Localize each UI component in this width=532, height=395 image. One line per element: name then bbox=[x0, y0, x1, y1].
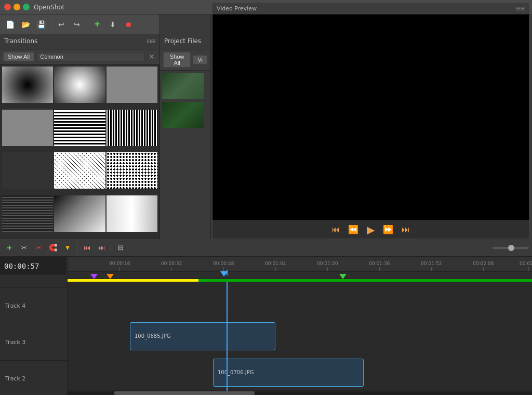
toolbar-sep-1 bbox=[51, 19, 51, 30]
ruler-mark: 00:01:04 bbox=[265, 261, 286, 271]
transition-item[interactable] bbox=[107, 110, 157, 146]
transition-item[interactable] bbox=[107, 152, 157, 189]
track-2-label: Track 2 bbox=[0, 361, 67, 395]
fast-forward-end-button[interactable]: ⏭ bbox=[400, 224, 412, 235]
ruler-mark: 00:01:20 bbox=[317, 261, 338, 271]
new-button[interactable]: 📄 bbox=[3, 18, 17, 31]
clip-label: 100_0706.JPG bbox=[218, 370, 254, 375]
project-files-show-all-button[interactable]: Show All bbox=[163, 52, 191, 68]
track-4-row[interactable] bbox=[68, 282, 532, 318]
transitions-panel: 📄 📂 💾 ↩ ↪ + ⬇ ⏺ Transitions ⊟⊞ Show All … bbox=[0, 15, 160, 239]
transition-item[interactable] bbox=[107, 195, 157, 232]
ruler-mark: 00:01:36 bbox=[369, 261, 390, 271]
panels-header: Transitions ⊟⊞ bbox=[0, 34, 159, 49]
clip-track3[interactable]: 100_0685.JPG bbox=[130, 322, 275, 350]
maximize-button[interactable] bbox=[23, 4, 30, 10]
scrollbar-thumb[interactable] bbox=[114, 391, 255, 395]
transition-item[interactable] bbox=[54, 67, 105, 103]
main-toolbar: 📄 📂 💾 ↩ ↪ + ⬇ ⏺ bbox=[0, 15, 159, 34]
undo-button[interactable]: ↩ bbox=[55, 18, 68, 31]
project-files-header: Project Files bbox=[160, 34, 210, 49]
save-button[interactable]: 💾 bbox=[34, 18, 48, 31]
rewind-button[interactable]: ⏪ bbox=[346, 223, 361, 235]
project-files-panel: Project Files Show All Vi bbox=[160, 15, 211, 239]
minimize-button[interactable] bbox=[14, 4, 20, 10]
project-files-tab[interactable]: Project Files bbox=[160, 34, 210, 49]
marker-container bbox=[68, 272, 532, 279]
cut-button[interactable]: ✂ bbox=[32, 242, 45, 254]
rewind-start-button[interactable]: ⏮ bbox=[329, 224, 342, 235]
timeline-toolbar: + ✂ ✂ 🧲 ▼ ⏮ ⏭ ⊟ bbox=[0, 239, 532, 257]
zoom-slider[interactable] bbox=[493, 247, 529, 249]
marker-green[interactable] bbox=[339, 274, 347, 279]
prev-button[interactable]: ⏮ bbox=[81, 242, 93, 254]
fast-forward-button[interactable]: ⏩ bbox=[381, 223, 395, 235]
import-button[interactable]: ⬇ bbox=[106, 18, 119, 31]
razor-button[interactable]: ✂ bbox=[18, 242, 30, 254]
transition-item[interactable] bbox=[54, 110, 105, 146]
next-button[interactable]: ⏭ bbox=[95, 242, 108, 254]
ruler-mark: 00:00:48 bbox=[213, 261, 234, 271]
timeline-section: + ✂ ✂ 🧲 ▼ ⏮ ⏭ ⊟ 00:00:57 Track 4 bbox=[0, 239, 532, 395]
track-3-label: Track 3 bbox=[0, 324, 67, 361]
record-button[interactable]: ⏺ bbox=[122, 18, 135, 31]
transition-item[interactable] bbox=[54, 195, 105, 232]
project-files-tab-label: Project Files bbox=[164, 37, 201, 45]
toolbar-sep-2 bbox=[87, 19, 87, 30]
close-button[interactable] bbox=[4, 4, 11, 10]
transitions-tab-icons: ⊟⊞ bbox=[147, 38, 155, 44]
video-preview-icons: ⊟⊞ bbox=[516, 6, 525, 11]
video-preview-controls: ⏮ ⏪ ▶ ⏩ ⏭ bbox=[212, 220, 529, 239]
add-track-button[interactable]: + bbox=[3, 242, 16, 254]
transition-item[interactable] bbox=[107, 67, 157, 103]
app-title: OpenShot bbox=[34, 4, 64, 11]
video-preview-screen bbox=[212, 15, 529, 220]
tracks-wrapper: 100_0685.JPG 100_0706.JPG bbox=[68, 282, 532, 391]
timeline-scrollbar[interactable] bbox=[68, 391, 532, 395]
transitions-clear-button[interactable]: ✕ bbox=[147, 52, 156, 61]
playhead-marker[interactable] bbox=[220, 271, 228, 276]
center-button[interactable]: ⊟ bbox=[114, 242, 127, 254]
open-button[interactable]: 📂 bbox=[19, 18, 32, 31]
project-files-filter-button[interactable]: Vi bbox=[193, 55, 207, 64]
arrow-down-button[interactable]: ▼ bbox=[61, 242, 74, 254]
add-button[interactable]: + bbox=[90, 18, 104, 31]
marker-purple[interactable] bbox=[90, 274, 98, 279]
timeline-content: 00:00:57 Track 4 Track 3 Track 2 00:00:1… bbox=[0, 257, 532, 395]
project-file-item[interactable] bbox=[162, 73, 204, 99]
zoom-thumb bbox=[508, 245, 514, 251]
track-2-row[interactable]: 100_0706.JPG bbox=[68, 354, 532, 391]
timeline-ruler: 00:00:16 00:00:32 00:00:48 00:01:04 bbox=[68, 257, 532, 272]
video-preview-titlebar: Video Preview ⊟⊞ bbox=[212, 3, 529, 15]
project-files-controls: Show All Vi bbox=[160, 49, 210, 71]
timeline-main[interactable]: 00:00:16 00:00:32 00:00:48 00:01:04 bbox=[68, 257, 532, 395]
track-3-row[interactable]: 100_0685.JPG bbox=[68, 318, 532, 354]
transition-item[interactable] bbox=[2, 110, 53, 146]
window-controls bbox=[4, 4, 30, 10]
app-container: OpenShot 📄 📂 💾 ↩ ↪ + ⬇ ⏺ Transitions ⊟⊞ … bbox=[0, 0, 532, 395]
transitions-show-all-button[interactable]: Show All bbox=[3, 52, 34, 61]
video-preview-window: Video Preview ⊟⊞ ⏮ ⏪ ▶ ⏩ ⏭ bbox=[212, 3, 529, 239]
ruler-mark: 00:00:16 bbox=[109, 261, 130, 271]
ruler-marks: 00:00:16 00:00:32 00:00:48 00:01:04 bbox=[68, 257, 532, 271]
project-files-list bbox=[160, 71, 210, 239]
ruler-mark: 00:00:32 bbox=[161, 261, 182, 271]
ruler-mark: 00:02:2 bbox=[520, 261, 532, 271]
play-button[interactable]: ▶ bbox=[365, 222, 377, 237]
playhead-track-line bbox=[227, 282, 228, 391]
track-4-label: Track 4 bbox=[0, 288, 67, 324]
transition-item[interactable] bbox=[2, 152, 53, 189]
transition-item[interactable] bbox=[2, 67, 53, 103]
marker-orange[interactable] bbox=[107, 274, 114, 279]
transition-item[interactable] bbox=[54, 152, 105, 189]
transitions-filter-input[interactable] bbox=[36, 52, 145, 61]
redo-button[interactable]: ↪ bbox=[70, 18, 84, 31]
transitions-tab-label: Transitions bbox=[4, 37, 37, 45]
transitions-controls: Show All ✕ bbox=[0, 49, 159, 64]
magnet-button[interactable]: 🧲 bbox=[47, 242, 59, 254]
track-labels: 00:00:57 Track 4 Track 3 Track 2 bbox=[0, 257, 68, 395]
transition-item[interactable] bbox=[2, 195, 53, 232]
project-file-item[interactable] bbox=[162, 102, 204, 128]
transitions-tab[interactable]: Transitions ⊟⊞ bbox=[0, 34, 159, 49]
clip-track2[interactable]: 100_0706.JPG bbox=[213, 359, 364, 387]
